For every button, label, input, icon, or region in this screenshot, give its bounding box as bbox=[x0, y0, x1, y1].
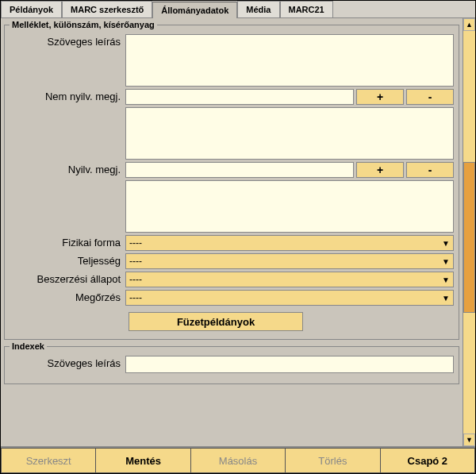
label-index-szoveges: Szöveges leírás bbox=[10, 356, 125, 369]
tab-marc-szerkeszto[interactable]: MARC szerkesztő bbox=[62, 1, 152, 17]
input-index-szoveges[interactable] bbox=[125, 356, 454, 373]
legend-melleklet: Melléklet, különszám, kísérőanyag bbox=[10, 20, 157, 29]
input-nyilv-megj[interactable] bbox=[125, 162, 354, 178]
tab-bar: Példányok MARC szerkesztő Állományadatok… bbox=[1, 1, 475, 18]
chevron-down-icon: ▼ bbox=[442, 257, 450, 266]
tab-allomanyadatok[interactable]: Állományadatok bbox=[152, 2, 237, 18]
btn-masolas[interactable]: Másolás bbox=[191, 448, 286, 473]
btn-nyilv-plus[interactable]: + bbox=[356, 162, 404, 178]
scroll-track[interactable] bbox=[463, 31, 475, 434]
scroll-up-icon[interactable]: ▲ bbox=[463, 18, 475, 31]
btn-nem-nyilv-plus[interactable]: + bbox=[356, 89, 404, 105]
label-beszerzesi: Beszerzési állapot bbox=[10, 272, 125, 285]
tab-media[interactable]: Média bbox=[237, 1, 279, 17]
textarea-nem-nyilv-megj[interactable] bbox=[125, 107, 454, 160]
vertical-scrollbar[interactable]: ▲ ▼ bbox=[463, 18, 475, 446]
label-szoveges: Szöveges leírás bbox=[10, 34, 125, 48]
btn-fuzetpeldanyok[interactable]: Füzetpéldányok bbox=[129, 312, 303, 331]
textarea-nyilv-megj[interactable] bbox=[125, 180, 454, 233]
tab-marc21[interactable]: MARC21 bbox=[280, 1, 333, 17]
select-beszerzesi-allapot[interactable]: ---- ▼ bbox=[125, 272, 454, 287]
bottom-toolbar: Szerkeszt Mentés Másolás Törlés Csapó 2 bbox=[1, 446, 475, 473]
chevron-down-icon: ▼ bbox=[442, 294, 450, 303]
legend-indexek: Indexek bbox=[10, 341, 47, 351]
label-nyilv: Nyilv. megj. bbox=[10, 162, 125, 175]
textarea-szoveges-leiras[interactable] bbox=[125, 34, 454, 87]
btn-torles[interactable]: Törlés bbox=[286, 448, 380, 473]
btn-szerkeszt[interactable]: Szerkeszt bbox=[1, 448, 96, 473]
select-teljesseg[interactable]: ---- ▼ bbox=[125, 253, 454, 269]
chevron-down-icon: ▼ bbox=[442, 276, 450, 284]
scroll-thumb[interactable] bbox=[463, 162, 475, 313]
label-megorzes: Megőrzés bbox=[10, 290, 125, 303]
content-pane: Melléklet, különszám, kísérőanyag Szöveg… bbox=[1, 18, 463, 446]
btn-mentes[interactable]: Mentés bbox=[96, 448, 190, 473]
tab-peldanyok[interactable]: Példányok bbox=[1, 1, 62, 17]
scroll-down-icon[interactable]: ▼ bbox=[463, 434, 475, 446]
label-nem-nyilv: Nem nyilv. megj. bbox=[10, 89, 125, 102]
label-teljesseg: Teljesség bbox=[10, 253, 125, 267]
select-fizikai-forma[interactable]: ---- ▼ bbox=[125, 235, 454, 251]
label-fizikai: Fizikai forma bbox=[10, 235, 125, 249]
select-megorzes[interactable]: ---- ▼ bbox=[125, 290, 454, 306]
btn-nem-nyilv-minus[interactable]: - bbox=[406, 89, 454, 105]
chevron-down-icon: ▼ bbox=[442, 239, 450, 248]
fieldset-melleklet: Melléklet, különszám, kísérőanyag Szöveg… bbox=[4, 20, 459, 340]
fieldset-indexek: Indexek Szöveges leírás bbox=[4, 341, 459, 384]
input-nem-nyilv-megj[interactable] bbox=[125, 89, 354, 105]
btn-csapo[interactable]: Csapó 2 bbox=[381, 448, 475, 473]
btn-nyilv-minus[interactable]: - bbox=[406, 162, 454, 178]
